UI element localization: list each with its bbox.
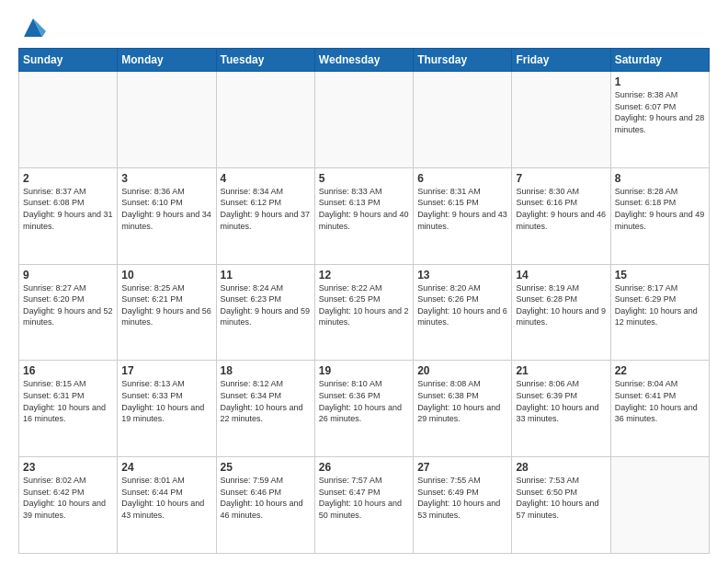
day-number: 15 (615, 269, 705, 282)
week-row-1: 2Sunrise: 8:37 AM Sunset: 6:08 PM Daylig… (19, 167, 710, 264)
calendar-cell: 16Sunrise: 8:15 AM Sunset: 6:31 PM Dayli… (19, 361, 118, 457)
page: SundayMondayTuesdayWednesdayThursdayFrid… (0, 0, 728, 563)
calendar-cell (19, 72, 118, 168)
calendar-body: 1Sunrise: 8:38 AM Sunset: 6:07 PM Daylig… (19, 72, 710, 554)
day-info: Sunrise: 8:38 AM Sunset: 6:07 PM Dayligh… (615, 89, 705, 135)
day-info: Sunrise: 8:20 AM Sunset: 6:26 PM Dayligh… (417, 282, 507, 328)
day-number: 2 (23, 172, 113, 185)
day-number: 17 (121, 364, 211, 377)
calendar-cell: 23Sunrise: 8:02 AM Sunset: 6:42 PM Dayli… (19, 457, 118, 554)
calendar-cell: 22Sunrise: 8:04 AM Sunset: 6:41 PM Dayli… (610, 361, 709, 457)
calendar-cell: 28Sunrise: 7:53 AM Sunset: 6:50 PM Dayli… (512, 457, 610, 554)
day-info: Sunrise: 8:28 AM Sunset: 6:18 PM Dayligh… (615, 186, 705, 232)
calendar-cell: 11Sunrise: 8:24 AM Sunset: 6:23 PM Dayli… (216, 264, 314, 361)
day-info: Sunrise: 8:30 AM Sunset: 6:16 PM Dayligh… (516, 186, 606, 232)
day-header-friday: Friday (512, 49, 610, 72)
day-number: 14 (516, 269, 606, 282)
day-header-thursday: Thursday (414, 49, 512, 72)
day-info: Sunrise: 8:19 AM Sunset: 6:28 PM Dayligh… (516, 282, 606, 328)
day-info: Sunrise: 8:33 AM Sunset: 6:13 PM Dayligh… (319, 186, 409, 232)
day-info: Sunrise: 8:13 AM Sunset: 6:33 PM Dayligh… (121, 378, 211, 424)
day-number: 12 (319, 269, 409, 282)
day-header-monday: Monday (118, 49, 216, 72)
day-number: 13 (417, 269, 507, 282)
calendar-header: SundayMondayTuesdayWednesdayThursdayFrid… (19, 49, 710, 72)
day-info: Sunrise: 8:34 AM Sunset: 6:12 PM Dayligh… (221, 186, 311, 232)
calendar-cell: 24Sunrise: 8:01 AM Sunset: 6:44 PM Dayli… (118, 457, 216, 554)
day-header-saturday: Saturday (610, 49, 709, 72)
day-info: Sunrise: 8:31 AM Sunset: 6:15 PM Dayligh… (417, 186, 507, 232)
calendar-cell (314, 72, 413, 168)
day-number: 18 (221, 364, 311, 377)
day-info: Sunrise: 8:10 AM Sunset: 6:36 PM Dayligh… (319, 378, 409, 424)
day-info: Sunrise: 7:57 AM Sunset: 6:47 PM Dayligh… (319, 475, 409, 521)
calendar-cell: 5Sunrise: 8:33 AM Sunset: 6:13 PM Daylig… (314, 167, 413, 264)
calendar-cell: 19Sunrise: 8:10 AM Sunset: 6:36 PM Dayli… (314, 361, 413, 457)
calendar-cell: 9Sunrise: 8:27 AM Sunset: 6:20 PM Daylig… (19, 264, 118, 361)
calendar-cell (512, 72, 610, 168)
header (18, 17, 710, 40)
day-number: 28 (516, 461, 606, 474)
calendar-cell: 4Sunrise: 8:34 AM Sunset: 6:12 PM Daylig… (216, 167, 314, 264)
week-row-4: 23Sunrise: 8:02 AM Sunset: 6:42 PM Dayli… (19, 457, 710, 554)
day-info: Sunrise: 8:25 AM Sunset: 6:21 PM Dayligh… (121, 282, 211, 328)
day-info: Sunrise: 8:02 AM Sunset: 6:42 PM Dayligh… (23, 475, 113, 521)
day-info: Sunrise: 8:01 AM Sunset: 6:44 PM Dayligh… (121, 475, 211, 521)
day-number: 1 (615, 75, 705, 88)
day-header-tuesday: Tuesday (216, 49, 314, 72)
calendar-cell: 6Sunrise: 8:31 AM Sunset: 6:15 PM Daylig… (414, 167, 512, 264)
day-header-wednesday: Wednesday (314, 49, 413, 72)
calendar-cell: 3Sunrise: 8:36 AM Sunset: 6:10 PM Daylig… (118, 167, 216, 264)
day-header-sunday: Sunday (19, 49, 118, 72)
calendar-cell (118, 72, 216, 168)
day-info: Sunrise: 8:27 AM Sunset: 6:20 PM Dayligh… (23, 282, 113, 328)
day-info: Sunrise: 8:17 AM Sunset: 6:29 PM Dayligh… (615, 282, 705, 328)
day-info: Sunrise: 8:04 AM Sunset: 6:41 PM Dayligh… (615, 378, 705, 424)
week-row-3: 16Sunrise: 8:15 AM Sunset: 6:31 PM Dayli… (19, 361, 710, 457)
calendar-cell: 26Sunrise: 7:57 AM Sunset: 6:47 PM Dayli… (314, 457, 413, 554)
calendar-cell: 12Sunrise: 8:22 AM Sunset: 6:25 PM Dayli… (314, 264, 413, 361)
logo-icon (20, 15, 46, 40)
day-info: Sunrise: 8:08 AM Sunset: 6:38 PM Dayligh… (417, 378, 507, 424)
day-number: 19 (319, 364, 409, 377)
day-info: Sunrise: 7:59 AM Sunset: 6:46 PM Dayligh… (221, 475, 311, 521)
day-info: Sunrise: 7:55 AM Sunset: 6:49 PM Dayligh… (417, 475, 507, 521)
day-number: 10 (121, 269, 211, 282)
calendar-cell (610, 457, 709, 554)
calendar-cell: 17Sunrise: 8:13 AM Sunset: 6:33 PM Dayli… (118, 361, 216, 457)
calendar-cell: 27Sunrise: 7:55 AM Sunset: 6:49 PM Dayli… (414, 457, 512, 554)
day-number: 26 (319, 461, 409, 474)
calendar-cell: 10Sunrise: 8:25 AM Sunset: 6:21 PM Dayli… (118, 264, 216, 361)
day-number: 22 (615, 364, 705, 377)
day-number: 4 (221, 172, 311, 185)
day-number: 6 (417, 172, 507, 185)
calendar-cell: 7Sunrise: 8:30 AM Sunset: 6:16 PM Daylig… (512, 167, 610, 264)
day-info: Sunrise: 8:22 AM Sunset: 6:25 PM Dayligh… (319, 282, 409, 328)
calendar-cell: 18Sunrise: 8:12 AM Sunset: 6:34 PM Dayli… (216, 361, 314, 457)
day-info: Sunrise: 8:12 AM Sunset: 6:34 PM Dayligh… (221, 378, 311, 424)
day-number: 27 (417, 461, 507, 474)
calendar-cell (216, 72, 314, 168)
day-info: Sunrise: 8:36 AM Sunset: 6:10 PM Dayligh… (121, 186, 211, 232)
calendar-cell: 2Sunrise: 8:37 AM Sunset: 6:08 PM Daylig… (19, 167, 118, 264)
calendar-cell: 15Sunrise: 8:17 AM Sunset: 6:29 PM Dayli… (610, 264, 709, 361)
day-number: 24 (121, 461, 211, 474)
calendar-cell: 1Sunrise: 8:38 AM Sunset: 6:07 PM Daylig… (610, 72, 709, 168)
day-number: 7 (516, 172, 606, 185)
day-number: 11 (221, 269, 311, 282)
calendar-cell (414, 72, 512, 168)
day-number: 21 (516, 364, 606, 377)
day-number: 23 (23, 461, 113, 474)
day-info: Sunrise: 8:15 AM Sunset: 6:31 PM Dayligh… (23, 378, 113, 424)
day-number: 16 (23, 364, 113, 377)
calendar-cell: 8Sunrise: 8:28 AM Sunset: 6:18 PM Daylig… (610, 167, 709, 264)
week-row-2: 9Sunrise: 8:27 AM Sunset: 6:20 PM Daylig… (19, 264, 710, 361)
day-number: 9 (23, 269, 113, 282)
day-number: 3 (121, 172, 211, 185)
week-row-0: 1Sunrise: 8:38 AM Sunset: 6:07 PM Daylig… (19, 72, 710, 168)
logo (18, 17, 46, 40)
day-info: Sunrise: 8:06 AM Sunset: 6:39 PM Dayligh… (516, 378, 606, 424)
header-row: SundayMondayTuesdayWednesdayThursdayFrid… (19, 49, 710, 72)
day-number: 25 (221, 461, 311, 474)
calendar-cell: 20Sunrise: 8:08 AM Sunset: 6:38 PM Dayli… (414, 361, 512, 457)
